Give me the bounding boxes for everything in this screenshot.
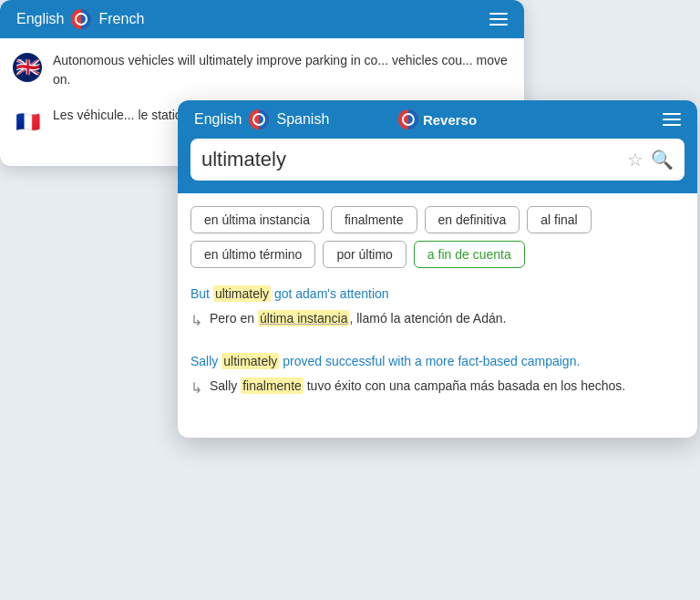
chip-en-ultima-instancia[interactable]: en última instancia	[190, 206, 324, 233]
back-card-header: English French	[0, 0, 524, 38]
back-target-lang[interactable]: French	[98, 11, 144, 27]
chip-por-ultimo[interactable]: por último	[323, 241, 406, 268]
reverso-icon-front	[249, 109, 269, 129]
front-lang-selector[interactable]: English Spanish	[194, 109, 329, 129]
example-1-translation-highlight: última instancia	[258, 310, 350, 326]
front-target-lang[interactable]: Spanish	[276, 111, 329, 128]
example-1-source-highlight: ultimately	[213, 285, 271, 302]
examples-section: But ultimately got adam's attention ↳ Pe…	[178, 275, 697, 438]
chip-en-ultimo-termino[interactable]: en último término	[190, 241, 315, 268]
front-source-lang[interactable]: English	[194, 111, 242, 128]
example-item-1: But ultimately got adam's attention ↳ Pe…	[190, 284, 685, 332]
back-source-lang[interactable]: English	[16, 11, 64, 27]
front-card-header: English Spanish Reverso	[178, 100, 697, 139]
front-card: English Spanish Reverso ☆ 🔍 en última in…	[178, 100, 697, 438]
example-item-2: Sally ultimately proved successful with …	[190, 352, 685, 399]
front-header-center: Reverso	[398, 109, 477, 129]
fr-flag-icon	[13, 108, 42, 137]
front-menu-button[interactable]	[663, 113, 681, 126]
example-2-translation: ↳ Sally finalmente tuvo éxito con una ca…	[190, 377, 685, 399]
back-translation-en: Autonomous vehicles will ultimately impr…	[13, 51, 511, 89]
chip-en-definitiva[interactable]: en definitiva	[425, 206, 520, 233]
example-2-translation-highlight: finalmente	[241, 378, 304, 394]
chip-a-fin-de-cuenta[interactable]: a fin de cuenta	[414, 241, 525, 268]
reverso-logo-icon	[398, 109, 418, 129]
reverso-logo: Reverso	[398, 109, 477, 129]
arrow-icon-2: ↳	[190, 378, 202, 399]
arrow-icon-1: ↳	[190, 310, 202, 332]
reverso-icon-back	[71, 9, 91, 29]
back-menu-button[interactable]	[489, 13, 508, 26]
chip-al-final[interactable]: al final	[527, 206, 591, 233]
example-2-translation-text: Sally finalmente tuvo éxito con una camp…	[210, 377, 625, 396]
chip-finalmente[interactable]: finalmente	[331, 206, 417, 233]
back-en-text: Autonomous vehicles will ultimately impr…	[53, 51, 511, 89]
search-icon[interactable]: 🔍	[651, 149, 674, 171]
search-input-wrapper: ☆ 🔍	[190, 139, 685, 181]
translation-chips: en última instancia finalmente en defini…	[178, 193, 697, 275]
example-2-source-highlight: ultimately	[221, 353, 279, 369]
favorite-icon[interactable]: ☆	[627, 149, 643, 171]
example-1-translation-text: Pero en última instancia, llamó la atenc…	[210, 309, 506, 328]
search-bar: ☆ 🔍	[178, 139, 697, 193]
example-1-translation: ↳ Pero en última instancia, llamó la ate…	[190, 309, 685, 332]
reverso-logo-text: Reverso	[423, 112, 477, 128]
example-2-source: Sally ultimately proved successful with …	[190, 352, 685, 371]
back-lang-selector[interactable]: English French	[16, 9, 144, 29]
search-input[interactable]	[201, 139, 620, 181]
example-1-source: But ultimately got adam's attention	[190, 284, 685, 304]
uk-flag-icon	[13, 53, 42, 82]
